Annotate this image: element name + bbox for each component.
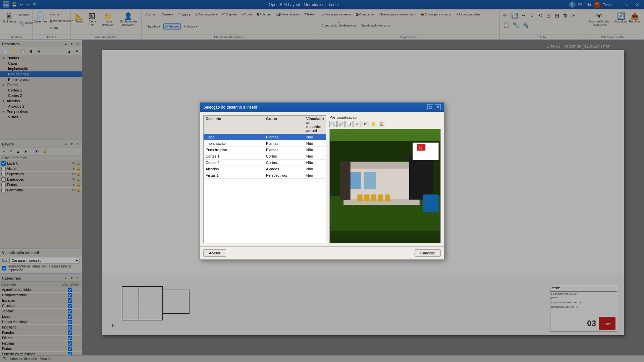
modal-cell-vistas1-vinculo: Não	[306, 173, 324, 177]
modal-cancel-btn[interactable]: Cancelar	[415, 249, 441, 257]
modal-cell-implantacao-vinculo: Não	[306, 141, 324, 145]
preview-zoom-in[interactable]: 🔍	[329, 121, 337, 127]
modal-cell-primeiro-piso-vinculo: Não	[306, 148, 324, 152]
modal-cell-implantacao-grupo: Plantas	[266, 141, 306, 145]
modal-table-header: Desenho Grupo Vinculado ao desenho actua…	[204, 116, 326, 134]
modal-title-controls: □ ✕	[427, 104, 441, 110]
preview-zoom-region[interactable]: ⊡	[345, 121, 353, 127]
modal-cell-capa-grupo: Plantas	[266, 135, 306, 139]
modal-cell-cortes2-grupo: Cortes	[266, 161, 306, 165]
modal-cell-alcados1-desenho: Alçados 1	[206, 167, 266, 171]
modal-preview-toolbar: 🔍 🔎 ⊡ ⤢ ↺ ✋ 🏠	[329, 121, 441, 127]
preview-zoom-out[interactable]: 🔎	[337, 121, 345, 127]
modal-cell-capa-desenho: Capa	[206, 135, 266, 139]
modal-cell-primeiro-piso-grupo: Plantas	[266, 148, 306, 152]
modal-row-cortes2[interactable]: Cortes 2 Cortes Não	[204, 160, 326, 166]
modal-title: Selecção do desenho a inserir	[203, 105, 257, 110]
svg-marker-22	[340, 162, 351, 199]
modal-row-vistas1[interactable]: Vistas 1 Perspectivas Não	[204, 172, 326, 179]
modal-cell-cortes1-vinculo: Não	[306, 154, 324, 158]
modal-cell-alcados1-grupo: Alçados	[266, 167, 306, 171]
modal-row-alcados1[interactable]: Alçados 1 Alçados Não	[204, 166, 326, 172]
modal-left-panel: Desenho Grupo Vinculado ao desenho actua…	[203, 115, 326, 243]
modal-table: Desenho Grupo Vinculado ao desenho actua…	[203, 115, 326, 243]
preview-reset[interactable]: 🏠	[378, 121, 385, 127]
modal-cell-implantacao-desenho: Implantação	[206, 141, 266, 145]
svg-rect-10	[349, 172, 361, 189]
modal-footer: Aceitar Cancelar	[200, 246, 444, 259]
modal-maximize-btn[interactable]: □	[427, 104, 433, 110]
modal-col-grupo-header: Grupo	[266, 117, 306, 133]
svg-marker-8	[340, 162, 416, 169]
modal-row-cortes1[interactable]: Cortes 1 Cortes Não	[204, 153, 326, 160]
preview-rotate[interactable]: ↺	[362, 121, 369, 127]
modal-preview-box: 01	[329, 129, 441, 243]
modal-cell-primeiro-piso-desenho: Primeiro piso	[206, 148, 266, 152]
svg-rect-9	[409, 155, 433, 200]
preview-fit[interactable]: ⤢	[354, 121, 361, 127]
svg-rect-12	[423, 194, 438, 212]
svg-text:01: 01	[419, 146, 422, 149]
modal-row-implantacao[interactable]: Implantação Plantas Não	[204, 140, 326, 147]
modal-cell-cortes2-vinculo: Não	[306, 161, 324, 165]
modal-preview-label: Pré-visualização	[329, 115, 441, 119]
modal-col-vinculo-header: Vinculado ao desenho actual	[306, 117, 324, 133]
modal-cell-cortes1-grupo: Cortes	[266, 154, 306, 158]
svg-rect-18	[385, 194, 390, 201]
modal-cell-vistas1-grupo: Perspectivas	[266, 173, 306, 177]
svg-rect-19	[413, 143, 439, 160]
preview-pan[interactable]: ✋	[370, 121, 377, 127]
modal-cell-vistas1-desenho: Vistas 1	[206, 173, 266, 177]
modal-title-bar: Selecção do desenho a inserir □ ✕	[200, 103, 444, 112]
modal-row-capa[interactable]: Capa Plantas Não	[204, 134, 326, 140]
modal-cell-cortes2-desenho: Cortes 2	[206, 161, 266, 165]
modal-right-panel: Pré-visualização 🔍 🔎 ⊡ ⤢ ↺ ✋ 🏠	[329, 115, 441, 243]
modal-dialog: Selecção do desenho a inserir □ ✕ Desenh…	[200, 102, 444, 260]
modal-overlay: Selecção do desenho a inserir □ ✕ Desenh…	[0, 0, 644, 362]
modal-close-btn[interactable]: ✕	[435, 104, 441, 110]
svg-rect-17	[378, 194, 383, 201]
modal-cell-alcados1-vinculo: Não	[306, 167, 324, 171]
modal-body: Desenho Grupo Vinculado ao desenho actua…	[200, 112, 444, 246]
modal-cell-capa-vinculo: Não	[306, 135, 324, 139]
svg-rect-16	[371, 194, 376, 201]
modal-col-desenho-header: Desenho	[206, 117, 266, 133]
modal-accept-btn[interactable]: Aceitar	[203, 249, 226, 257]
modal-cell-cortes1-desenho: Cortes 1	[206, 154, 266, 158]
house-preview-svg: 01	[330, 129, 440, 243]
svg-rect-14	[358, 194, 363, 201]
svg-rect-11	[364, 172, 376, 189]
svg-rect-15	[364, 194, 369, 201]
modal-row-primeiro-piso[interactable]: Primeiro piso Plantas Não	[204, 147, 326, 153]
